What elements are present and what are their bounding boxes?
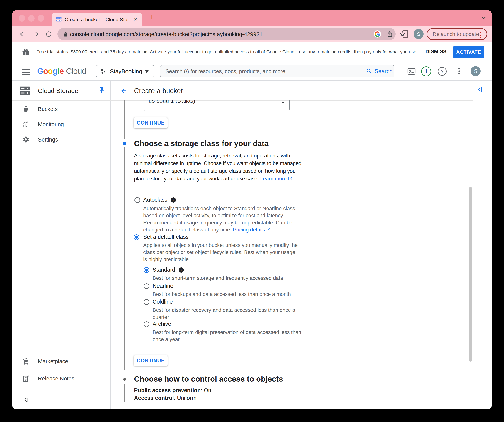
relaunch-to-update-button[interactable]: Relaunch to update	[427, 28, 487, 40]
logo-letter: g	[53, 67, 57, 76]
side-panel-icon[interactable]	[402, 30, 408, 38]
bucket-icon	[22, 105, 30, 112]
help-icon[interactable]: ?	[438, 67, 447, 76]
logo-letter: G	[37, 67, 43, 76]
release-notes-icon	[22, 375, 30, 382]
access-control-row: Access control: Uniform	[134, 395, 197, 401]
default-class-label: Set a default class	[143, 234, 189, 240]
page-title: Create a bucket	[134, 87, 183, 95]
sidebar-item-label: Marketplace	[38, 358, 68, 365]
reload-icon[interactable]	[45, 31, 52, 37]
sidebar-item-label: Settings	[38, 137, 58, 143]
tab-search-chevron-icon[interactable]	[481, 15, 487, 21]
url-bar[interactable]: console.cloud.google.com/storage/create-…	[57, 28, 396, 40]
url-text[interactable]: console.cloud.google.com/storage/create-…	[70, 31, 263, 37]
collapse-sidebar-icon[interactable]	[23, 396, 30, 403]
share-icon[interactable]	[386, 31, 393, 37]
autoclass-description: Automatically transitions each object to…	[143, 205, 298, 233]
more-options-icon[interactable]	[458, 67, 460, 75]
stepper-active-dot	[123, 141, 126, 145]
separator: :	[174, 395, 177, 401]
cloud-storage-sidebar: Cloud Storage Buckets Monitoring	[12, 81, 111, 409]
coldline-description: Best for disaster recovery and data acce…	[153, 307, 302, 321]
logo-cloud-text: Cloud	[66, 67, 86, 76]
pricing-details-link[interactable]: Pricing details	[233, 227, 265, 233]
right-rail-divider	[473, 81, 473, 409]
cloud-shell-icon[interactable]	[407, 67, 416, 76]
logo-letter: e	[59, 67, 64, 76]
project-selector[interactable]: StayBooking	[96, 65, 154, 77]
autoclass-help-icon[interactable]: ?	[171, 197, 176, 203]
archive-radio[interactable]	[144, 321, 149, 327]
collapse-panel-icon[interactable]	[476, 86, 483, 93]
back-icon[interactable]	[19, 31, 26, 37]
autoclass-label: Autoclass?	[143, 197, 176, 203]
traffic-light-close[interactable]	[18, 15, 25, 22]
public-access-row: Public access prevention: On	[134, 387, 211, 393]
cloud-storage-favicon	[56, 16, 62, 22]
nearline-radio[interactable]	[144, 283, 149, 289]
browser-window: Create a bucket – Cloud Stora ✕ + consol…	[12, 10, 492, 409]
storage-class-description: A storage class sets costs for storage, …	[134, 152, 304, 182]
standard-description: Best for short-term storage and frequent…	[153, 275, 306, 282]
new-tab-icon[interactable]: +	[149, 12, 155, 22]
access-control-value: Uniform	[177, 395, 197, 401]
region-caret-icon	[282, 102, 285, 104]
autoclass-radio[interactable]	[134, 197, 140, 203]
access-heading: Choose how to control access to objects	[134, 375, 283, 383]
access-control-label: Access control	[134, 395, 174, 401]
logo-letter: o	[48, 67, 53, 76]
hamburger-menu-icon[interactable]	[22, 68, 30, 76]
standard-radio[interactable]	[144, 267, 149, 273]
coldline-radio[interactable]	[144, 299, 149, 305]
sidebar-title: Cloud Storage	[38, 87, 78, 94]
sidebar-item-settings[interactable]: Settings	[12, 132, 110, 147]
autoclass-label-text: Autoclass	[143, 197, 167, 203]
google-cloud-logo[interactable]: GoogleCloud	[37, 67, 86, 76]
tab-close-icon[interactable]: ✕	[133, 16, 138, 22]
sidebar-divider	[12, 387, 110, 387]
project-name: StayBooking	[110, 68, 142, 75]
search-input[interactable]	[165, 67, 357, 76]
relaunch-label: Relaunch to update	[432, 31, 479, 37]
default-class-description: Applies to all objects in your bucket un…	[143, 242, 300, 263]
search-button[interactable]: Search	[364, 65, 395, 77]
logo-letter: o	[43, 67, 48, 76]
sidebar-item-label: Buckets	[38, 106, 58, 112]
sidebar-item-buckets[interactable]: Buckets	[12, 101, 110, 117]
browser-tab[interactable]: Create a bucket – Cloud Stora ✕	[52, 13, 142, 26]
back-arrow-icon[interactable]	[120, 87, 127, 94]
default-class-radio[interactable]	[134, 234, 139, 240]
traffic-light-minimize[interactable]	[28, 15, 35, 22]
project-caret-icon	[145, 70, 149, 73]
standard-help-icon[interactable]: ?	[179, 267, 184, 273]
forward-icon[interactable]	[32, 31, 39, 37]
sidebar-item-label: Monitoring	[38, 121, 64, 128]
traffic-light-zoom[interactable]	[38, 15, 44, 22]
console-search: Search	[160, 65, 395, 77]
sidebar-item-monitoring[interactable]: Monitoring	[12, 117, 110, 132]
project-hexagons-icon	[100, 68, 107, 75]
account-avatar[interactable]: S	[471, 66, 481, 76]
console-header: GoogleCloud StayBooking Search 1 ?	[12, 62, 492, 81]
coldline-label: Coldline	[153, 299, 173, 305]
nearline-label: Nearline	[153, 283, 173, 289]
dismiss-button[interactable]: DISMISS	[426, 49, 447, 54]
sidebar-item-release-notes[interactable]: Release Notes	[12, 370, 110, 387]
pin-icon[interactable]	[98, 87, 105, 93]
monitoring-icon	[22, 121, 30, 128]
browser-menu-icon[interactable]	[480, 31, 481, 40]
continue-button-storage-class[interactable]: CONTINUE	[134, 355, 168, 366]
browser-profile-avatar[interactable]: S	[414, 29, 424, 39]
continue-button-location[interactable]: CONTINUE	[134, 117, 168, 128]
region-select[interactable]: us-south1 (Dallas)	[144, 100, 289, 111]
region-value: us-south1 (Dallas)	[149, 100, 195, 104]
autoclass-description-text: Automatically transitions each object to…	[143, 206, 295, 233]
google-g-icon[interactable]	[374, 30, 381, 38]
sidebar-item-marketplace[interactable]: Marketplace	[12, 353, 110, 370]
free-trial-text: Free trial status: $300.00 credit and 78…	[36, 49, 423, 54]
activate-button[interactable]: ACTIVATE	[453, 46, 484, 58]
learn-more-link[interactable]: Learn more	[260, 176, 287, 182]
scrollbar-thumb[interactable]	[469, 187, 472, 362]
notifications-badge[interactable]: 1	[421, 66, 431, 76]
